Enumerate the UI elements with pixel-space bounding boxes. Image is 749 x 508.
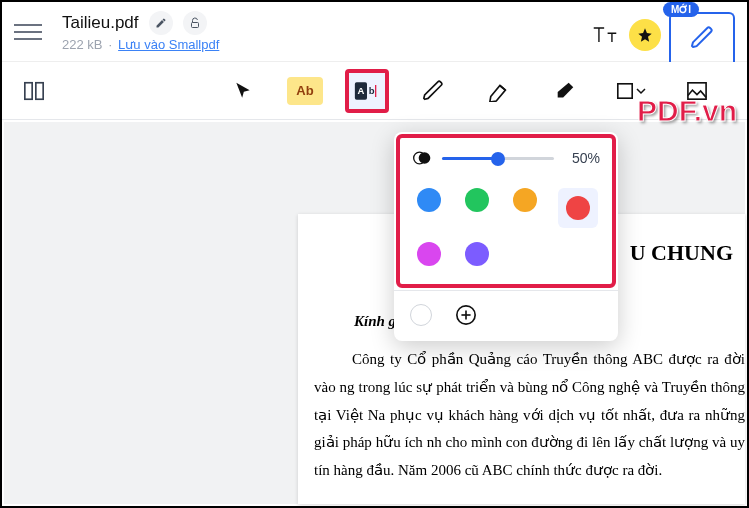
new-badge: MỚI	[663, 2, 699, 17]
file-info: Tailieu.pdf 222 kB · Lưu vào Smallpdf	[62, 11, 219, 52]
marker-tool[interactable]	[477, 69, 521, 113]
highlight-text-tool[interactable]: Ab	[287, 77, 323, 105]
opacity-value: 50%	[564, 150, 600, 166]
text-insert-button[interactable]	[589, 19, 621, 51]
add-color-button[interactable]	[454, 303, 478, 327]
color-grid	[412, 184, 600, 270]
filesize-label: 222 kB	[62, 37, 102, 52]
svg-rect-7	[618, 83, 632, 97]
highlight-options-popover: 50%	[394, 132, 618, 341]
svg-rect-1	[25, 82, 32, 99]
slider-thumb[interactable]	[491, 152, 505, 166]
svg-text:A: A	[357, 85, 364, 96]
opacity-icon	[412, 148, 432, 168]
color-green[interactable]	[465, 188, 489, 212]
color-magenta[interactable]	[417, 242, 441, 266]
chevron-down-icon	[636, 86, 646, 96]
save-link[interactable]: Lưu vào Smallpdf	[118, 37, 219, 52]
menu-icon[interactable]	[14, 18, 42, 46]
app-header: Tailieu.pdf 222 kB · Lưu vào Smallpdf MỚ…	[2, 2, 747, 62]
svg-rect-2	[36, 82, 43, 99]
filename-label: Tailieu.pdf	[62, 13, 139, 33]
star-button[interactable]	[629, 19, 661, 51]
svg-point-10	[419, 152, 431, 164]
image-tool[interactable]	[675, 69, 719, 113]
page-layout-button[interactable]	[20, 77, 48, 105]
shape-tool[interactable]	[609, 69, 653, 113]
svg-rect-0	[191, 23, 198, 28]
opacity-control: 50%	[412, 148, 600, 168]
color-blue[interactable]	[417, 188, 441, 212]
document-canvas: U CHUNG Kính gửi Quý khách hàng! Công ty…	[4, 122, 745, 504]
tool-group: Ab Ab	[221, 69, 719, 113]
lock-icon[interactable]	[183, 11, 207, 35]
pointer-tool[interactable]	[221, 69, 265, 113]
no-color-button[interactable]	[410, 304, 432, 326]
color-red-selected[interactable]	[558, 188, 598, 228]
color-purple[interactable]	[465, 242, 489, 266]
eraser-tool[interactable]	[543, 69, 587, 113]
annotation-toolbar: Ab Ab	[2, 62, 747, 120]
edit-tab[interactable]: MỚI	[669, 12, 735, 62]
color-orange[interactable]	[513, 188, 537, 212]
opacity-slider[interactable]	[442, 151, 554, 165]
rename-icon[interactable]	[149, 11, 173, 35]
highlight-area-tool[interactable]: Ab	[345, 69, 389, 113]
pen-tool[interactable]	[411, 69, 455, 113]
doc-body: Công ty Cổ phần Quảng cáo Truyền thông A…	[314, 346, 745, 485]
svg-text:b: b	[369, 85, 375, 96]
